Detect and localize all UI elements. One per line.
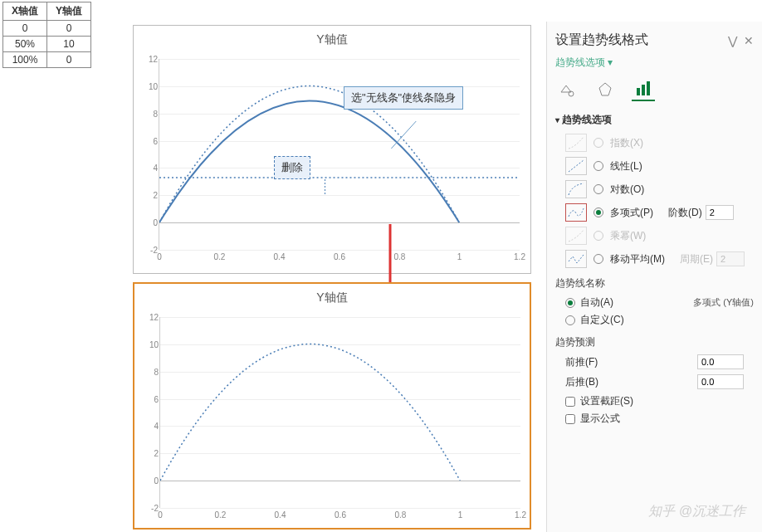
period-label: 周期(E) — [680, 252, 713, 266]
panel-title: 设置趋势线格式 — [555, 32, 648, 49]
name-auto[interactable]: 自动(A) 多项式 (Y轴值) — [565, 295, 754, 310]
option-power: 乘幂(W) — [565, 227, 754, 245]
col-header-x[interactable]: X轴值 — [3, 2, 47, 21]
format-trendline-panel: 设置趋势线格式 ⋁ ✕ 趋势线选项 ▾ 趋势线选项 指数(X) 线性(L) 对数… — [546, 22, 762, 532]
forward-input[interactable] — [697, 354, 744, 369]
svg-rect-7 — [642, 85, 645, 95]
svg-line-9 — [569, 160, 584, 172]
show-equation-checkbox[interactable] — [565, 414, 575, 424]
option-linear[interactable]: 线性(L) — [565, 157, 754, 175]
chart-top[interactable]: Y轴值 12 10 8 6 4 2 0 -2 0 0.2 0.4 0.6 0.8… — [133, 25, 531, 274]
option-exponential: 指数(X) — [565, 134, 754, 152]
set-intercept-checkbox[interactable] — [565, 397, 575, 407]
backward-label: 后推(B) — [565, 375, 598, 389]
trendline-options-dropdown[interactable]: 趋势线选项 ▾ — [555, 56, 754, 70]
plot-area-top[interactable]: 12 10 8 6 4 2 0 -2 0 0.2 0.4 0.6 0.8 1 1… — [159, 59, 520, 250]
option-polynomial[interactable]: 多项式(P) 阶数(D) — [565, 203, 754, 222]
fill-line-icon[interactable] — [555, 78, 579, 101]
name-custom[interactable]: 自定义(C) — [565, 313, 754, 327]
svg-marker-5 — [599, 83, 611, 95]
svg-rect-8 — [647, 81, 650, 95]
table-row[interactable]: 00 — [3, 21, 91, 37]
show-equation-row[interactable]: 显示公式 — [565, 412, 744, 426]
forward-label: 前推(F) — [565, 355, 598, 369]
backward-input[interactable] — [697, 374, 744, 389]
option-logarithmic[interactable]: 对数(O) — [565, 180, 754, 198]
svg-line-0 — [391, 121, 416, 149]
callout-delete: 删除 — [274, 156, 310, 179]
close-icon[interactable]: ✕ — [744, 34, 754, 47]
section-trendline-options[interactable]: 趋势线选项 — [555, 113, 754, 127]
chart-bottom[interactable]: Y轴值 12 10 8 6 4 2 0 -2 0 0.2 0.4 0.6 0.8… — [133, 282, 531, 530]
trendline-options-icon[interactable] — [632, 78, 655, 101]
forecast-heading: 趋势预测 — [555, 335, 754, 349]
chart-title: Y轴值 — [134, 26, 530, 47]
col-header-y[interactable]: Y轴值 — [47, 2, 91, 21]
series-trendline[interactable] — [160, 344, 460, 481]
option-moving-average[interactable]: 移动平均(M) 周期(E) — [565, 250, 754, 268]
chart-title: Y轴值 — [134, 284, 530, 305]
svg-rect-6 — [637, 88, 640, 95]
order-label: 阶数(D) — [668, 206, 702, 220]
order-input[interactable] — [706, 205, 734, 220]
callout-tip: 选"无线条"使线条隐身 — [344, 86, 463, 110]
panel-options-icon[interactable]: ⋁ — [728, 34, 737, 47]
set-intercept-row[interactable]: 设置截距(S) — [565, 394, 744, 408]
table-row[interactable]: 50%10 — [3, 37, 91, 52]
period-input — [716, 251, 745, 266]
trendline-name-heading: 趋势线名称 — [555, 276, 754, 290]
data-table[interactable]: X轴值 Y轴值 00 50%10 100%0 — [2, 2, 91, 68]
effects-icon[interactable] — [593, 78, 617, 101]
table-row[interactable]: 100%0 — [3, 52, 91, 68]
plot-area-bottom[interactable]: 12 10 8 6 4 2 0 -2 0 0.2 0.4 0.6 0.8 1 1… — [159, 317, 520, 508]
